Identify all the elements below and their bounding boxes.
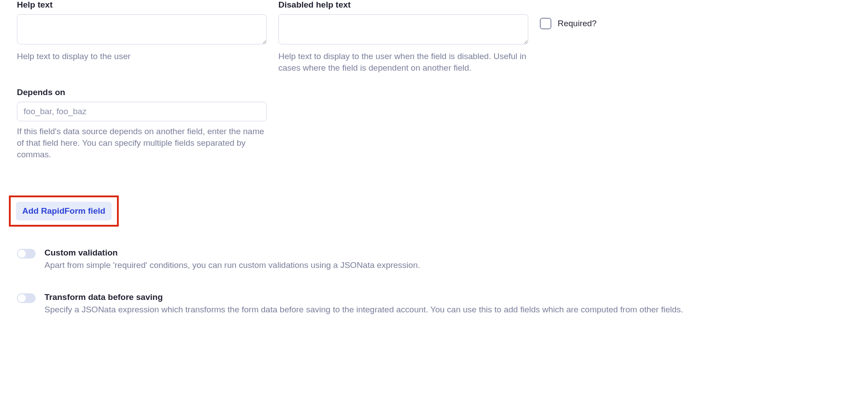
- custom-validation-row: Custom validation Apart from simple 'req…: [17, 248, 851, 271]
- required-checkbox[interactable]: [540, 18, 551, 29]
- toggle-knob-icon: [18, 294, 26, 302]
- custom-validation-toggle[interactable]: [17, 249, 36, 259]
- required-checkbox-wrap: Required?: [540, 18, 597, 29]
- transform-data-toggle[interactable]: [17, 293, 36, 303]
- add-button-highlight: Add RapidForm field: [9, 196, 119, 227]
- help-text-label: Help text: [17, 0, 267, 10]
- transform-data-row: Transform data before saving Specify a J…: [17, 292, 851, 315]
- add-rapidform-field-button[interactable]: Add RapidForm field: [16, 202, 112, 220]
- depends-on-label: Depends on: [17, 88, 267, 97]
- custom-validation-title: Custom validation: [44, 248, 851, 258]
- help-text-group: Help text Help text to display to the us…: [17, 0, 267, 62]
- depends-on-group: Depends on If this field's data source d…: [17, 88, 267, 160]
- custom-validation-desc: Apart from simple 'required' conditions,…: [44, 259, 851, 271]
- transform-data-desc: Specify a JSONata expression which trans…: [44, 304, 851, 315]
- transform-data-title: Transform data before saving: [44, 292, 851, 302]
- disabled-help-text-textarea[interactable]: [278, 14, 528, 44]
- required-label: Required?: [558, 19, 597, 28]
- disabled-help-text-hint: Help text to display to the user when th…: [278, 51, 528, 73]
- toggle-knob-icon: [18, 250, 26, 258]
- help-text-textarea[interactable]: [17, 14, 267, 44]
- depends-on-hint: If this field's data source depends on a…: [17, 126, 267, 160]
- disabled-help-text-label: Disabled help text: [278, 0, 528, 10]
- disabled-help-text-group: Disabled help text Help text to display …: [278, 0, 528, 73]
- help-text-hint: Help text to display to the user: [17, 51, 267, 62]
- depends-on-input[interactable]: [17, 102, 267, 121]
